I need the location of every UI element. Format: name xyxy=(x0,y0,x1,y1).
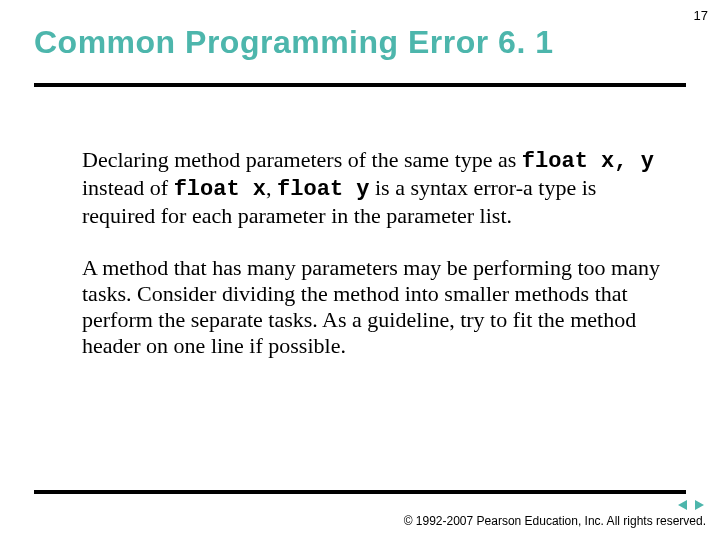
next-button[interactable] xyxy=(692,498,706,512)
paragraph-2: A method that has many parameters may be… xyxy=(82,255,660,359)
p1-text-b: instead of xyxy=(82,175,174,200)
triangle-right-icon xyxy=(693,499,705,511)
p1-text-a: Declaring method parameters of the same … xyxy=(82,147,522,172)
copyright-text: © 1992-2007 Pearson Education, Inc. All … xyxy=(404,514,706,528)
footer-rule xyxy=(34,490,686,494)
svg-marker-0 xyxy=(678,500,687,510)
slide-body: Declaring method parameters of the same … xyxy=(0,87,720,359)
svg-marker-1 xyxy=(695,500,704,510)
prev-button[interactable] xyxy=(676,498,690,512)
p1-code-1: float x, y xyxy=(522,149,654,174)
page-number: 17 xyxy=(694,8,708,23)
triangle-left-icon xyxy=(677,499,689,511)
p1-code-2: float x xyxy=(174,177,266,202)
slide-title: Common Programming Error 6. 1 xyxy=(0,0,720,61)
paragraph-1: Declaring method parameters of the same … xyxy=(82,147,660,229)
nav-controls xyxy=(676,498,706,512)
p1-code-3: float y xyxy=(277,177,369,202)
p1-text-c: , xyxy=(266,175,277,200)
